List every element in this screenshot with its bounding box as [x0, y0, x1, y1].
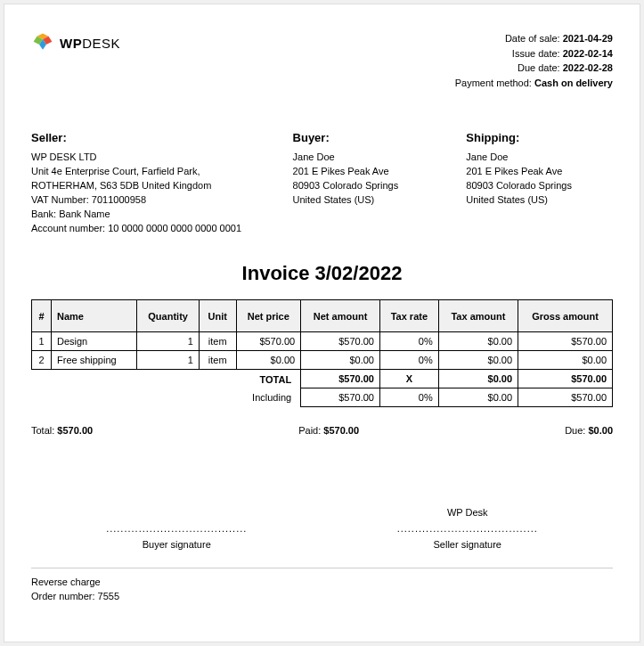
wpdesk-logo-icon [31, 31, 54, 54]
th-name: Name [52, 300, 137, 332]
logo-part1: WP [60, 36, 82, 51]
shipping-line: United States (US) [466, 193, 613, 208]
footer-line2: Order number: 7555 [31, 590, 613, 603]
buyer-signature: ....................................... … [87, 507, 265, 550]
cell-qty: 1 [137, 351, 200, 370]
issue-label: Issue date: [512, 48, 560, 59]
seller-sig-label: Seller signature [379, 539, 557, 550]
seller-block: Seller: WP DESK LTD Unit 4e Enterprise C… [31, 130, 266, 235]
total-netamount: $570.00 [301, 370, 380, 388]
th-idx: # [32, 300, 52, 332]
incl-label: Including [32, 388, 301, 407]
dots: ....................................... [379, 523, 557, 534]
th-unit: Unit [199, 300, 236, 332]
parties: Seller: WP DESK LTD Unit 4e Enterprise C… [31, 130, 613, 235]
including-row: Including $570.00 0% $0.00 $570.00 [32, 388, 613, 407]
th-taxamount: Tax amount [438, 300, 518, 332]
incl-taxrate: 0% [379, 388, 438, 407]
seller-line: Bank: Bank Name [31, 208, 266, 222]
cell-netprice: $0.00 [236, 351, 301, 370]
summary-due-label: Due: [565, 425, 585, 436]
footer: Reverse charge Order number: 7555 [31, 568, 613, 603]
due-value: 2022-02-28 [563, 62, 613, 73]
cell-idx: 2 [32, 351, 52, 370]
summary-due: Due: $0.00 [565, 425, 613, 436]
cell-unit: item [199, 351, 236, 370]
cell-netamount: $0.00 [301, 351, 380, 370]
issue-value: 2022-02-14 [563, 48, 613, 59]
shipping-line: Jane Doe [466, 151, 613, 165]
due-label: Due date: [518, 62, 560, 73]
seller-line: Unit 4e Enterprise Court, Farfield Park,… [31, 165, 266, 193]
cell-netamount: $570.00 [301, 332, 380, 351]
seller-line: Account number: 10 0000 0000 0000 0000 0… [31, 222, 266, 236]
cell-gross: $570.00 [518, 332, 613, 351]
summary-total-label: Total: [31, 425, 54, 436]
signatures: ....................................... … [31, 507, 613, 550]
buyer-line: 80903 Colorado Springs [293, 179, 440, 193]
cell-idx: 1 [32, 332, 52, 351]
buyer-signer [87, 507, 265, 521]
seller-line: WP DESK LTD [31, 151, 266, 165]
header: WPDESK Date of sale: 2021-04-29 Issue da… [31, 31, 613, 90]
incl-gross: $570.00 [518, 388, 613, 407]
cell-name: Design [52, 332, 137, 351]
summary-due-value: $0.00 [588, 425, 613, 436]
th-netprice: Net price [236, 300, 301, 332]
cell-netprice: $570.00 [236, 332, 301, 351]
cell-taxrate: 0% [379, 351, 438, 370]
summary-paid: Paid: $570.00 [298, 425, 359, 436]
payment-value: Cash on delivery [534, 78, 613, 88]
logo-text: WPDESK [60, 36, 120, 51]
invoice-meta: Date of sale: 2021-04-29 Issue date: 202… [455, 31, 613, 90]
summary-total-value: $570.00 [57, 425, 93, 436]
total-row: TOTAL $570.00 X $0.00 $570.00 [32, 370, 613, 388]
cell-name: Free shipping [52, 351, 137, 370]
buyer-line: United States (US) [293, 193, 440, 208]
cell-taxamount: $0.00 [438, 351, 518, 370]
footer-line1: Reverse charge [31, 576, 613, 589]
table-row: 2 Free shipping 1 item $0.00 $0.00 0% $0… [32, 351, 613, 370]
th-qty: Quantity [137, 300, 200, 332]
table-row: 1 Design 1 item $570.00 $570.00 0% $0.00… [32, 332, 613, 351]
shipping-line: 80903 Colorado Springs [466, 179, 613, 193]
shipping-line: 201 E Pikes Peak Ave [466, 165, 613, 179]
invoice-title: Invoice 3/02/2022 [31, 262, 613, 285]
shipping-heading: Shipping: [466, 130, 613, 147]
total-taxamount: $0.00 [438, 370, 518, 388]
summary-paid-value: $570.00 [323, 425, 359, 436]
logo-part2: DESK [82, 36, 120, 51]
payment-label: Payment method: [455, 78, 532, 88]
cell-taxamount: $0.00 [438, 332, 518, 351]
cell-gross: $0.00 [518, 351, 613, 370]
total-label: TOTAL [32, 370, 301, 388]
cell-qty: 1 [137, 332, 200, 351]
buyer-block: Buyer: Jane Doe 201 E Pikes Peak Ave 809… [293, 130, 440, 235]
cell-taxrate: 0% [379, 332, 438, 351]
seller-heading: Seller: [31, 130, 266, 147]
items-table: # Name Quantity Unit Net price Net amoun… [31, 299, 613, 407]
seller-signature: WP Desk ................................… [379, 507, 557, 550]
th-taxrate: Tax rate [379, 300, 438, 332]
th-gross: Gross amount [518, 300, 613, 332]
th-netamount: Net amount [301, 300, 380, 332]
incl-netamount: $570.00 [301, 388, 380, 407]
buyer-heading: Buyer: [293, 130, 440, 147]
cell-unit: item [199, 332, 236, 351]
buyer-sig-label: Buyer signature [87, 539, 265, 550]
total-taxrate: X [379, 370, 438, 388]
sale-value: 2021-04-29 [563, 33, 613, 44]
summary-total: Total: $570.00 [31, 425, 93, 436]
summary-row: Total: $570.00 Paid: $570.00 Due: $0.00 [31, 425, 613, 436]
summary-paid-label: Paid: [298, 425, 321, 436]
total-gross: $570.00 [518, 370, 613, 388]
invoice-page: WPDESK Date of sale: 2021-04-29 Issue da… [4, 4, 640, 642]
sale-label: Date of sale: [505, 33, 560, 44]
seller-signer: WP Desk [379, 507, 557, 521]
logo: WPDESK [31, 31, 120, 54]
incl-taxamount: $0.00 [438, 388, 518, 407]
seller-line: VAT Number: 7011000958 [31, 193, 266, 208]
dots: ....................................... [87, 523, 265, 534]
buyer-line: 201 E Pikes Peak Ave [293, 165, 440, 179]
buyer-line: Jane Doe [293, 151, 440, 165]
